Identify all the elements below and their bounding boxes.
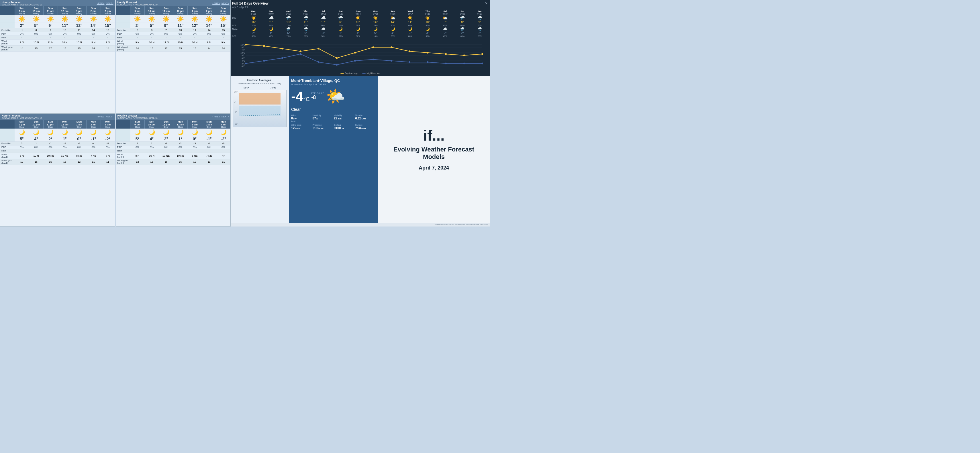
- svg-point-19: [263, 45, 265, 47]
- night-temp-cell: 2°: [436, 31, 454, 35]
- temp-cell: 14°: [86, 23, 100, 29]
- night-temp-cell: 3°: [401, 31, 419, 35]
- wind-cell: 9 N: [202, 40, 216, 46]
- wind-cell: 10 N: [57, 40, 72, 46]
- weather-icon-cell: 🌙: [188, 128, 202, 136]
- wind-cell: 10 NE: [159, 153, 173, 158]
- historic-subtitle: (Dash Lines Indicate Common Wind Chill): [233, 82, 286, 85]
- wind-gust-cell: 15: [29, 46, 43, 52]
- rain-cell: -: [188, 36, 202, 40]
- svg-text:9°: 9°: [234, 101, 236, 104]
- temp-cell: 4°: [29, 136, 43, 141]
- wind-gust-cell: 11: [86, 158, 100, 165]
- next-btn-1[interactable]: NEXT ›: [106, 2, 113, 5]
- hourly-sub-3: SUNDAY, APRIL 7 - WEDNESDAY, APRIL 10: [2, 117, 42, 119]
- wind-detail: Wind 8SW km/h: [291, 114, 312, 122]
- svg-point-18: [245, 44, 247, 46]
- hourly-title-2: Hourly Forecast: [118, 1, 158, 4]
- wind-cell: 11 N: [159, 40, 173, 46]
- rain-cell: -: [173, 149, 188, 153]
- overview-day-header: Sat04/20: [454, 10, 471, 15]
- chart-legend: Daytime high Nighttime low: [234, 72, 487, 74]
- sunset-detail: Sunset 7:34 PM: [355, 124, 375, 130]
- wind-gust-cell: 14: [202, 46, 216, 52]
- overview-close-btn[interactable]: ✕: [485, 2, 488, 5]
- svg-rect-46: [239, 93, 280, 105]
- prev-btn-1[interactable]: ‹ PREV: [97, 2, 105, 5]
- overview-day-header: Fri04/12: [315, 10, 332, 15]
- rain-cell: -: [72, 36, 86, 40]
- next-btn-2[interactable]: NEXT ›: [221, 2, 229, 5]
- weather-icon-cell: ☀️: [145, 15, 159, 23]
- moon-icon: 🌙: [47, 130, 54, 135]
- sun-icon: ☀️: [104, 16, 111, 22]
- overview-day-header: Thu04/18: [419, 10, 436, 15]
- wind-gust-cell: 15: [188, 46, 202, 52]
- night-icon-cell: 🌙: [367, 27, 384, 31]
- wind-gust-cell: 15: [115, 46, 115, 52]
- sun-icon: ☀️: [220, 16, 227, 22]
- col-header: Mon3 amClear: [216, 120, 231, 128]
- wind-cell: 7 NE: [202, 153, 216, 158]
- wind-cell: 8 NE: [188, 153, 202, 158]
- temp-cell: 14°: [202, 23, 216, 29]
- svg-point-22: [318, 48, 319, 49]
- day-pop-cell: 40%: [436, 24, 454, 27]
- next-btn-3[interactable]: NEXT ›: [106, 116, 113, 118]
- month-apr: APR: [270, 86, 276, 89]
- night-pop-cell: 40%: [436, 35, 454, 38]
- pop-cell: 0%: [100, 145, 115, 149]
- sun-icon: ☀️: [33, 16, 40, 22]
- wind-cell: 11 N: [43, 40, 57, 46]
- pop-cell: 0%: [216, 145, 231, 149]
- night-temp-cell: 4°: [384, 31, 402, 35]
- temp-cell: 12°: [188, 23, 202, 29]
- temp-cell: 1°: [57, 136, 72, 141]
- historic-title: Historic Averages:: [233, 78, 286, 82]
- temp-cell: 15°: [100, 23, 115, 29]
- night-icon-cell: 🌧️: [280, 27, 297, 31]
- hourly-title-3: Hourly Forecast: [2, 114, 42, 117]
- night-temp-cell: 4°: [262, 31, 280, 35]
- next-btn-4[interactable]: NEXT ›: [221, 116, 229, 118]
- hourly-title-4: Hourly Forecast: [118, 114, 158, 117]
- svg-point-30: [463, 54, 465, 56]
- weather-icon-cell: ☀️: [188, 15, 202, 23]
- weather-icon-cell: ☀️: [57, 15, 72, 23]
- rain-cell: -: [100, 36, 115, 40]
- prev-btn-2[interactable]: ‹ PREV: [212, 2, 220, 5]
- night-icon-cell: 🌙: [349, 27, 367, 31]
- col-header: Sun10 pmClear: [145, 120, 159, 128]
- day-pop-cell: 70%: [332, 24, 350, 27]
- weather-icon-cell: ☀️: [43, 15, 57, 23]
- prev-btn-4[interactable]: ‹ PREV: [212, 116, 220, 118]
- weather-icon-cell: 🌙: [72, 128, 86, 136]
- day-icon-cell: ☀️: [419, 15, 436, 20]
- wind-cell: 9 N: [100, 40, 115, 46]
- sun-icon-current: 🌤️: [326, 87, 345, 106]
- overview-day-header: Tue04/09: [262, 10, 280, 15]
- prev-btn-3[interactable]: ‹ PREV: [97, 116, 105, 118]
- col-header: Sun11 amSunny: [43, 6, 57, 15]
- wind-cell: 10 NE: [43, 153, 57, 158]
- pop-cell: 0%: [57, 145, 72, 149]
- day-pop-cell: 60%: [471, 24, 488, 27]
- night-pop-cell: 60%: [332, 35, 350, 38]
- current-location: Mont-Tremblant-Village, QC: [291, 78, 375, 83]
- pop-cell: 0%: [29, 145, 43, 149]
- day-icon-cell: ☀️: [349, 15, 367, 20]
- temp-cell: 5°: [14, 136, 29, 141]
- col-header: Mon4 amClear: [115, 120, 115, 128]
- current-panel: Mont-Tremblant-Village, QC Updated on Su…: [289, 76, 378, 223]
- rain-cell: -: [115, 149, 115, 153]
- pop-cell: 0%: [72, 32, 86, 36]
- wind-cell: 10 N: [188, 40, 202, 46]
- day-temp-cell: 8°: [454, 20, 471, 24]
- wind-cell: 10 N: [72, 40, 86, 46]
- weather-icon-cell: 🌙: [100, 128, 115, 136]
- rain-cell: -: [57, 149, 72, 153]
- svg-text:4°C: 4°C: [242, 60, 245, 62]
- feels-like-cell: -1: [130, 29, 145, 32]
- col-header: Mon1 amClear: [72, 120, 86, 128]
- day-icon-cell: 🌧️: [471, 15, 488, 20]
